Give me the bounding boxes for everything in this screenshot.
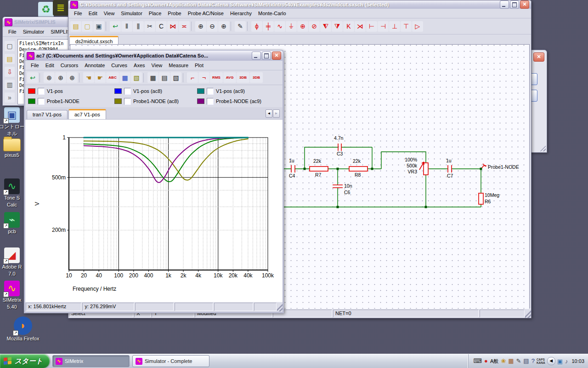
ground-icon[interactable]: ⏚ [286,21,297,32]
plot-tab-ac7-v1-pos[interactable]: ac7 V1-pos [68,109,106,119]
njfet-icon[interactable]: ⊥ [389,21,400,32]
npn-icon[interactable]: K [343,21,354,32]
menu-probe[interactable]: Probe [165,10,184,17]
open-icon[interactable]: ▤ [70,21,81,32]
taskbar-button-simetrix[interactable]: ∿SIMetrix [52,355,130,367]
menu-annotate[interactable]: Annotate [82,62,107,69]
buffer-icon[interactable]: ▷ [412,21,423,32]
ime-tools-icon[interactable]: ❀ [501,358,506,365]
new-icon[interactable]: ▢ [82,21,93,32]
import-icon[interactable]: ⇩ [5,67,15,77]
pointer-device-icon[interactable]: ● [484,358,488,365]
c3-value[interactable]: 4.7n [334,135,344,141]
current-source-icon[interactable]: ⊘ [309,21,320,32]
c7-ref[interactable]: C7 [447,173,453,178]
rms-icon[interactable]: RMS [210,72,223,83]
open-file-icon[interactable]: ▤ [5,54,15,64]
menu-view[interactable]: View [149,62,165,69]
nmos-icon[interactable]: ⊢ [366,21,377,32]
minimize-button[interactable] [500,0,509,9]
taskbar-button-simulator-complete[interactable]: ∿Simulator - Complete [132,355,209,367]
diode-icon[interactable]: ⧨ [320,21,331,32]
undo-icon[interactable]: ↩ [27,72,38,83]
menu-cursors[interactable]: Cursors [58,62,81,69]
zener-icon[interactable]: ⧩ [332,21,343,32]
resize-grip[interactable] [277,302,283,311]
place-part-icon[interactable]: ⫴ [121,21,132,32]
menu-file[interactable]: File [6,28,19,35]
curve-checkbox[interactable] [124,88,131,95]
curve-checkbox[interactable] [38,88,45,95]
r8-ref[interactable]: R8 [355,172,361,178]
db3-low-icon[interactable]: 3DB [237,72,249,83]
desktop-icon-simetrix-540[interactable]: ∿SIMetrix5.40 [0,281,27,310]
pnp-icon[interactable]: ⋊ [355,21,366,32]
inductor-icon[interactable]: ∿ [274,21,285,32]
plot-minimize-button[interactable] [252,52,261,60]
chart-area[interactable]: 1020401002004001k2k4k10k20k40k100k1500m2… [25,119,283,302]
grid-icon[interactable]: ▦ [147,72,158,83]
desktop-icon-mozilla-firefox[interactable]: ◗Mozilla Firefox [8,316,38,342]
desktop-icon-control-panel[interactable]: ▣コントローネル [0,107,27,137]
new-file-icon[interactable]: ▢ [5,41,15,51]
zoom-y-icon[interactable]: ⊕ [44,72,55,83]
menu-simulator[interactable]: Simulator [118,10,145,17]
drag-mode-icon[interactable]: ☛ [95,72,106,83]
tray-collapse-button[interactable]: ◀ [547,357,555,365]
menu-axes[interactable]: Axes [131,62,147,69]
desktop-icon-pcb[interactable]: ⌁pcb [0,212,27,235]
c4-ref[interactable]: C4 [289,173,295,178]
zoom-area-icon[interactable]: ⊕ [195,21,206,32]
graph-edit-icon[interactable]: ▧ [170,72,181,83]
rotate-icon[interactable]: C [156,21,167,32]
add-text-icon[interactable]: ABC [106,72,119,83]
wire-pencil-icon[interactable]: ✎ [235,21,246,32]
start-button[interactable]: スタート [0,354,50,368]
capacitor-icon[interactable]: ╪ [263,21,274,32]
db3-high-icon[interactable]: 3DB [250,72,263,83]
zoom-box-icon[interactable]: ⊕ [67,72,78,83]
vr3-setting[interactable]: 100% [405,157,417,162]
zoom-in-icon[interactable]: ⊕ [218,21,229,32]
r6-ref[interactable]: R6 [485,199,491,204]
fall-time-icon[interactable]: ¬ [198,72,209,83]
tab-scroll-right[interactable]: ► [273,109,280,118]
resistor-icon[interactable]: ϕ [251,21,262,32]
flip-icon[interactable]: ≍ [179,21,190,32]
add-grid-icon[interactable]: ▧ [131,72,142,83]
probe-net-label[interactable]: Probe1-NODE [488,164,519,170]
print-icon[interactable]: ▥ [5,80,15,90]
dialog-close-button[interactable]: ✕ [533,52,544,62]
menu-file[interactable]: File [71,10,85,17]
r7-value[interactable]: 22k [313,158,322,164]
menu-measure[interactable]: Measure [166,62,191,69]
add-axis-icon[interactable]: ▦ [119,72,130,83]
menu-edit[interactable]: Edit [86,10,100,17]
pmos-icon[interactable]: ⊣ [378,21,389,32]
axis-icon[interactable]: ▤ [159,72,170,83]
c6-value[interactable]: 10n [344,183,352,189]
r6-value[interactable]: 10Meg [485,192,499,198]
curve-checkbox[interactable] [207,88,214,95]
save-icon[interactable]: ▣ [93,21,104,32]
c3-ref[interactable]: C3 [337,151,343,156]
menu-probe-ac-noise[interactable]: Probe AC/Noise [185,10,226,17]
plot-titlebar[interactable]: ∿ ac7 (C:¥Documents and Settings¥Owner¥A… [25,51,283,61]
plot-tab-tran7-v1-pos[interactable]: tran7 V1-pos [27,110,68,119]
part-props-icon[interactable]: ⫼ [133,21,144,32]
undo-icon[interactable]: ↩ [110,21,121,32]
plot-maximize-button[interactable] [262,52,271,60]
pen-input-icon[interactable]: ✎ [516,358,521,365]
menu-edit[interactable]: Edit [43,62,57,69]
c6-ref[interactable]: C6 [344,190,351,195]
zoom-x-icon[interactable]: ⊕ [55,72,66,83]
r7-ref[interactable]: R7 [315,172,322,178]
menu-file[interactable]: File [28,62,42,69]
network-icon[interactable]: ▣ [557,358,563,364]
keyboard-icon[interactable]: ⌨ [473,358,482,365]
menu-place[interactable]: Place [146,10,164,17]
menu-hierarchy[interactable]: Hierarchy [227,10,254,17]
r8-value[interactable]: 22k [353,158,361,164]
ime-pad-icon[interactable]: ▦ [508,358,514,365]
point-mode-icon[interactable]: ☚ [83,72,94,83]
